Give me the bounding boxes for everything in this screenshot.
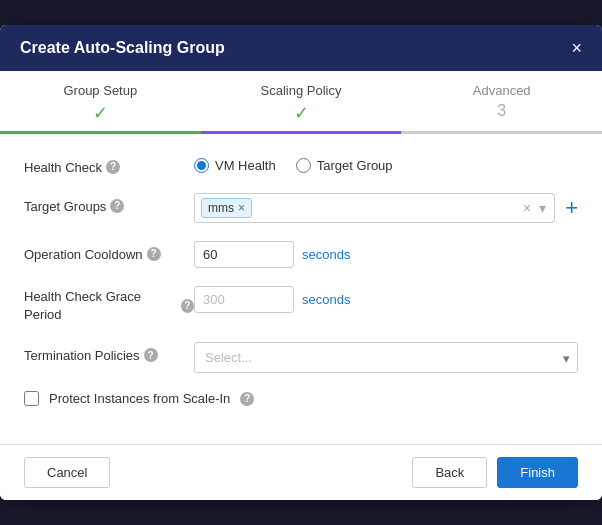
vm-health-label: VM Health (215, 158, 276, 173)
tab-scaling-policy[interactable]: Scaling Policy ✓ (201, 71, 402, 132)
health-check-label: Health Check ? (24, 154, 194, 175)
termination-policies-row: Termination Policies ? Select... Default… (24, 342, 578, 373)
grace-period-label-line1: Health Check Grace Period ? (24, 288, 194, 324)
grace-period-label: Health Check Grace Period ? (24, 286, 194, 324)
target-groups-control: mms × × ▾ + (194, 193, 578, 223)
footer-right: Back Finish (412, 457, 578, 488)
tab-scaling-policy-icon: ✓ (201, 102, 402, 124)
health-check-help-icon[interactable]: ? (106, 160, 120, 174)
termination-policies-label: Termination Policies ? (24, 342, 194, 363)
grace-period-control: seconds (194, 286, 578, 313)
grace-period-row: Health Check Grace Period ? seconds (24, 286, 578, 324)
tag-mms-value: mms (208, 201, 234, 215)
modal-header: Create Auto-Scaling Group × (0, 25, 602, 71)
operation-cooldown-row: Operation Cooldown ? seconds (24, 241, 578, 268)
vm-health-option[interactable]: VM Health (194, 158, 276, 173)
termination-policies-select-wrap: Select... Default OldestInstance NewestI… (194, 342, 578, 373)
grace-period-suffix: seconds (302, 292, 350, 307)
tab-advanced-underline (401, 131, 602, 134)
health-check-row: Health Check ? VM Health Target Group (24, 154, 578, 175)
operation-cooldown-suffix: seconds (302, 247, 350, 262)
protect-instances-label: Protect Instances from Scale-In (49, 391, 230, 406)
tab-advanced-icon: 3 (401, 102, 602, 120)
grace-period-label-text: Health Check Grace Period (24, 288, 177, 324)
grace-period-help-icon[interactable]: ? (181, 299, 194, 313)
tab-advanced[interactable]: Advanced 3 (401, 71, 602, 132)
protect-instances-help-icon[interactable]: ? (240, 392, 254, 406)
termination-policies-help-icon[interactable]: ? (144, 348, 158, 362)
cancel-button[interactable]: Cancel (24, 457, 110, 488)
modal: Create Auto-Scaling Group × Group Setup … (0, 25, 602, 500)
target-group-radio[interactable] (296, 158, 311, 173)
modal-title: Create Auto-Scaling Group (20, 39, 225, 57)
operation-cooldown-help-icon[interactable]: ? (147, 247, 161, 261)
target-groups-label-text: Target Groups (24, 199, 106, 214)
footer-left: Cancel (24, 457, 110, 488)
tag-clear-button[interactable]: × (521, 200, 533, 216)
tag-mms-remove[interactable]: × (238, 201, 245, 215)
operation-cooldown-label-text: Operation Cooldown (24, 247, 143, 262)
tab-advanced-label: Advanced (473, 83, 531, 98)
back-button[interactable]: Back (412, 457, 487, 488)
protect-instances-row: Protect Instances from Scale-In ? (24, 391, 578, 406)
termination-policies-select[interactable]: Select... Default OldestInstance NewestI… (194, 342, 578, 373)
tabs-container: Group Setup ✓ Scaling Policy ✓ Advanced … (0, 71, 602, 134)
target-groups-input-row: mms × × ▾ + (194, 193, 578, 223)
termination-policies-control: Select... Default OldestInstance NewestI… (194, 342, 578, 373)
operation-cooldown-label: Operation Cooldown ? (24, 241, 194, 262)
finish-button[interactable]: Finish (497, 457, 578, 488)
target-group-option[interactable]: Target Group (296, 158, 393, 173)
target-groups-label: Target Groups ? (24, 193, 194, 214)
grace-period-input[interactable] (194, 286, 294, 313)
tab-group-setup-icon: ✓ (0, 102, 201, 124)
target-groups-row: Target Groups ? mms × × ▾ (24, 193, 578, 223)
health-check-options: VM Health Target Group (194, 154, 578, 173)
protect-instances-checkbox[interactable] (24, 391, 39, 406)
operation-cooldown-input[interactable] (194, 241, 294, 268)
tab-group-setup-label: Group Setup (63, 83, 137, 98)
tab-group-setup[interactable]: Group Setup ✓ (0, 71, 201, 132)
tag-add-button[interactable]: + (561, 197, 578, 219)
health-check-label-text: Health Check (24, 160, 102, 175)
vm-health-radio[interactable] (194, 158, 209, 173)
target-groups-input-wrap[interactable]: mms × × ▾ (194, 193, 555, 223)
close-button[interactable]: × (571, 39, 582, 57)
target-group-label: Target Group (317, 158, 393, 173)
target-groups-help-icon[interactable]: ? (110, 199, 124, 213)
tab-group-setup-underline (0, 131, 201, 134)
operation-cooldown-control: seconds (194, 241, 578, 268)
tag-input-actions: × ▾ (521, 200, 548, 216)
tag-dropdown-button[interactable]: ▾ (537, 200, 548, 216)
tab-scaling-policy-underline (201, 131, 402, 134)
tab-scaling-policy-label: Scaling Policy (261, 83, 342, 98)
modal-footer: Cancel Back Finish (0, 444, 602, 500)
termination-policies-label-text: Termination Policies (24, 348, 140, 363)
modal-body: Health Check ? VM Health Target Group Ta… (0, 134, 602, 444)
tag-mms: mms × (201, 198, 252, 218)
